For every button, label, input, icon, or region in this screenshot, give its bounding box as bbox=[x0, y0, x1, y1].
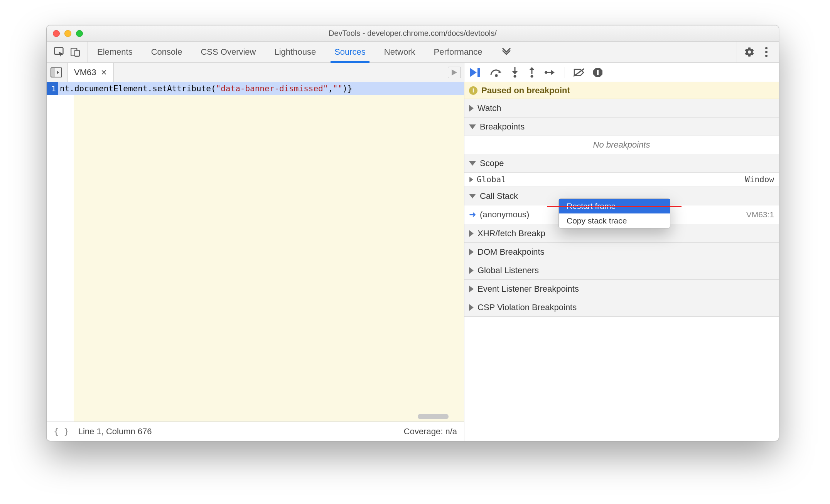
cursor-position: Line 1, Column 676 bbox=[78, 427, 152, 437]
svg-point-4 bbox=[765, 51, 768, 53]
chevron-right-icon bbox=[469, 304, 474, 311]
code-editor[interactable]: 1 nt.documentElement.setAttribute("data-… bbox=[47, 82, 464, 422]
svg-point-8 bbox=[495, 74, 498, 77]
deactivate-breakpoints-icon[interactable] bbox=[574, 68, 584, 77]
paused-label: Paused on breakpoint bbox=[481, 86, 570, 96]
navigator-toggle-icon[interactable] bbox=[50, 66, 63, 79]
svg-point-10 bbox=[514, 75, 516, 77]
pause-on-exceptions-icon[interactable] bbox=[593, 67, 603, 77]
tab-network[interactable]: Network bbox=[382, 42, 418, 62]
debugger-toolbar bbox=[464, 63, 779, 82]
paused-status: i Paused on breakpoint bbox=[464, 82, 779, 99]
no-breakpoints-text: No breakpoints bbox=[464, 136, 779, 154]
section-csp-breakpoints[interactable]: CSP Violation Breakpoints bbox=[464, 298, 779, 317]
section-watch[interactable]: Watch bbox=[464, 99, 779, 118]
svg-point-5 bbox=[765, 55, 768, 57]
step-out-icon[interactable] bbox=[528, 67, 536, 78]
scope-global-row[interactable]: Global Window bbox=[464, 173, 779, 186]
tab-css-overview[interactable]: CSS Overview bbox=[198, 42, 258, 62]
device-toolbar-icon[interactable] bbox=[68, 45, 82, 59]
section-event-listener-breakpoints[interactable]: Event Listener Breakpoints bbox=[464, 280, 779, 298]
context-menu-copy-stack-trace[interactable]: Copy stack trace bbox=[559, 213, 670, 228]
step-icon[interactable] bbox=[545, 68, 556, 77]
frame-name: (anonymous) bbox=[480, 210, 529, 220]
section-breakpoints[interactable]: Breakpoints bbox=[464, 118, 779, 136]
chevron-down-icon bbox=[469, 161, 476, 166]
maximize-window-button[interactable] bbox=[76, 30, 83, 37]
scope-global-value: Window bbox=[745, 175, 774, 184]
inspect-element-icon[interactable] bbox=[52, 45, 66, 59]
run-snippet-icon[interactable] bbox=[448, 67, 461, 78]
chevron-down-icon bbox=[469, 124, 476, 129]
debugger-pane: i Paused on breakpoint Watch Breakpoints… bbox=[464, 63, 779, 441]
chevron-right-icon bbox=[469, 230, 474, 237]
section-dom-breakpoints[interactable]: DOM Breakpoints bbox=[464, 243, 779, 261]
line-number[interactable]: 1 bbox=[47, 82, 58, 95]
step-over-icon[interactable] bbox=[490, 68, 502, 77]
window-titlebar: DevTools - developer.chrome.com/docs/dev… bbox=[47, 25, 779, 42]
svg-rect-2 bbox=[75, 50, 79, 56]
window-title: DevTools - developer.chrome.com/docs/dev… bbox=[47, 29, 779, 38]
chevron-right-icon bbox=[469, 105, 474, 112]
chevron-down-icon bbox=[469, 194, 476, 198]
tab-elements[interactable]: Elements bbox=[95, 42, 135, 62]
context-menu-restart-frame[interactable]: Restart frame bbox=[559, 199, 670, 213]
strikethrough-annotation bbox=[547, 206, 682, 207]
devtools-window: DevTools - developer.chrome.com/docs/dev… bbox=[46, 25, 779, 441]
code-line[interactable]: nt.documentElement.setAttribute("data-ba… bbox=[58, 82, 464, 95]
source-file-tab[interactable]: VM63 ✕ bbox=[67, 63, 114, 82]
source-file-name: VM63 bbox=[74, 67, 96, 77]
frame-location: VM63:1 bbox=[746, 210, 774, 219]
pretty-print-icon[interactable]: { } bbox=[54, 427, 69, 436]
svg-point-3 bbox=[765, 47, 768, 49]
coverage-status: Coverage: n/a bbox=[404, 427, 457, 437]
call-stack-frame[interactable]: ➜ (anonymous) VM63:1 Restart frame Copy … bbox=[464, 205, 779, 224]
context-menu: Restart frame Copy stack trace bbox=[558, 198, 670, 228]
svg-point-14 bbox=[545, 71, 548, 74]
code-empty-space bbox=[74, 95, 464, 422]
section-scope[interactable]: Scope bbox=[464, 154, 779, 173]
source-editor-pane: VM63 ✕ 1 nt.documentElement.setAttribute… bbox=[47, 63, 464, 441]
horizontal-scrollbar[interactable] bbox=[418, 414, 449, 419]
devtools-tabsbar: Elements Console CSS Overview Lighthouse… bbox=[47, 42, 779, 63]
kebab-menu-icon[interactable] bbox=[759, 45, 773, 59]
tab-sources[interactable]: Sources bbox=[332, 42, 368, 62]
close-window-button[interactable] bbox=[53, 30, 60, 37]
chevron-right-icon bbox=[469, 267, 474, 274]
panel-tabs: Elements Console CSS Overview Lighthouse… bbox=[88, 42, 737, 62]
close-tab-icon[interactable]: ✕ bbox=[101, 68, 107, 77]
more-tabs-icon[interactable] bbox=[499, 42, 514, 62]
tab-performance[interactable]: Performance bbox=[432, 42, 485, 62]
inspect-controls bbox=[47, 42, 88, 62]
editor-statusbar: { } Line 1, Column 676 Coverage: n/a bbox=[47, 422, 464, 441]
chevron-right-icon bbox=[469, 249, 474, 255]
step-into-icon[interactable] bbox=[511, 67, 519, 78]
traffic-lights bbox=[47, 30, 83, 37]
source-tabstrip: VM63 ✕ bbox=[47, 63, 464, 82]
info-icon: i bbox=[469, 86, 477, 95]
svg-point-12 bbox=[531, 75, 533, 77]
chevron-right-icon bbox=[469, 286, 474, 292]
tabsbar-right bbox=[737, 42, 779, 62]
tab-lighthouse[interactable]: Lighthouse bbox=[272, 42, 318, 62]
current-frame-arrow-icon: ➜ bbox=[469, 210, 476, 220]
settings-icon[interactable] bbox=[742, 45, 756, 59]
resume-icon[interactable] bbox=[470, 68, 481, 77]
svg-rect-7 bbox=[51, 68, 55, 77]
svg-rect-17 bbox=[597, 70, 599, 75]
chevron-right-icon bbox=[469, 177, 473, 182]
minimize-window-button[interactable] bbox=[64, 30, 71, 37]
section-global-listeners[interactable]: Global Listeners bbox=[464, 261, 779, 280]
tab-console[interactable]: Console bbox=[149, 42, 185, 62]
